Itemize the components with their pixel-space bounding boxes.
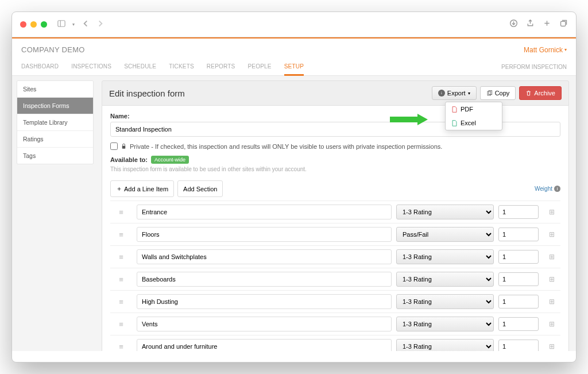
sidebar-item-tags[interactable]: Tags [17, 148, 93, 164]
line-item-rating-select[interactable]: 1-3 Rating [396, 205, 494, 219]
svg-rect-6 [122, 146, 126, 149]
line-item-weight-input[interactable] [498, 340, 539, 351]
line-item-name-input[interactable] [137, 294, 392, 309]
weight-link[interactable]: Weight i [535, 186, 560, 192]
minimize-window-button[interactable] [30, 21, 37, 28]
export-button[interactable]: ↓ Export ▾ [432, 86, 477, 100]
svg-rect-0 [58, 21, 65, 27]
sidebar-item-ratings[interactable]: Ratings [17, 131, 93, 148]
line-item-row: ≡1-3 Rating⊞ [110, 335, 560, 351]
sidebar-toggle-icon[interactable] [57, 20, 65, 29]
window-chrome: ▾ [12, 12, 576, 37]
add-sub-item-button[interactable]: ⊞ [543, 275, 560, 283]
drag-handle-icon[interactable]: ≡ [110, 342, 132, 351]
export-excel-label: Excel [461, 119, 476, 126]
drag-handle-icon[interactable]: ≡ [110, 208, 132, 217]
new-tab-icon[interactable] [543, 19, 551, 30]
line-item-weight-input[interactable] [498, 250, 539, 264]
tab-setup[interactable]: SETUP [284, 59, 304, 76]
chevron-down-icon[interactable]: ▾ [72, 22, 75, 27]
trash-icon [525, 90, 532, 97]
panel-body: Name: Private - If checked, this inspect… [102, 106, 569, 351]
add-sub-item-button[interactable]: ⊞ [543, 320, 560, 328]
line-item-weight-input[interactable] [498, 295, 539, 309]
line-item-rating-select[interactable]: Pass/Fail [396, 227, 494, 242]
line-item-rating-select[interactable]: 1-3 Rating [396, 339, 494, 351]
add-sub-item-button[interactable]: ⊞ [543, 253, 560, 261]
export-pdf-option[interactable]: PDF [446, 102, 502, 116]
share-icon[interactable] [526, 19, 535, 30]
line-item-weight-input[interactable] [498, 228, 539, 241]
company-name: COMPANY DEMO [21, 45, 85, 54]
line-item-name-input[interactable] [137, 317, 392, 331]
export-pdf-label: PDF [461, 106, 473, 113]
drag-handle-icon[interactable]: ≡ [110, 320, 132, 329]
add-sub-item-button[interactable]: ⊞ [543, 230, 560, 238]
tab-dashboard[interactable]: DASHBOARD [21, 59, 59, 75]
user-menu[interactable]: Matt Gornick ▾ [524, 46, 567, 54]
drag-handle-icon[interactable]: ≡ [110, 275, 132, 284]
line-item-rating-select[interactable]: 1-3 Rating [396, 317, 494, 331]
line-item-weight-input[interactable] [498, 272, 539, 286]
close-window-button[interactable] [20, 21, 26, 28]
add-sub-item-button[interactable]: ⊞ [543, 342, 560, 350]
line-item-row: ≡1-3 Rating⊞ [110, 245, 560, 268]
drag-handle-icon[interactable]: ≡ [110, 253, 132, 261]
tab-people[interactable]: PEOPLE [247, 59, 271, 75]
line-item-name-input[interactable] [137, 272, 392, 287]
panel-header: Edit inspection form ↓ Export ▾ Copy Arc… [102, 80, 569, 106]
sidebar: Sites Inspection Forms Template Library … [12, 76, 98, 351]
copy-label: Copy [495, 90, 510, 97]
add-sub-item-button[interactable]: ⊞ [543, 298, 560, 306]
tab-schedule[interactable]: SCHEDULE [124, 59, 156, 75]
download-circle-icon: ↓ [438, 90, 445, 97]
sidebar-item-inspection-forms[interactable]: Inspection Forms [17, 98, 93, 114]
line-item-weight-input[interactable] [498, 205, 539, 219]
chevron-down-icon: ▾ [468, 91, 470, 96]
add-section-button[interactable]: Add Section [177, 180, 223, 197]
tab-inspections[interactable]: INSPECTIONS [71, 59, 111, 75]
line-item-name-input[interactable] [137, 205, 392, 219]
archive-button[interactable]: Archive [519, 86, 562, 100]
tab-reports[interactable]: REPORTS [207, 59, 235, 75]
archive-label: Archive [534, 90, 555, 97]
download-icon[interactable] [509, 19, 518, 30]
weight-label: Weight [535, 186, 552, 192]
sidebar-item-sites[interactable]: Sites [17, 81, 93, 98]
content-body: Sites Inspection Forms Template Library … [12, 76, 576, 351]
export-label: Export [447, 90, 466, 97]
line-item-name-input[interactable] [137, 339, 392, 351]
panel-title: Edit inspection form [109, 88, 185, 98]
export-dropdown: PDF Excel [445, 102, 502, 130]
export-excel-option[interactable]: Excel [446, 116, 502, 130]
perform-inspection-link[interactable]: PERFORM INSPECTION [501, 64, 567, 70]
line-item-row: ≡1-3 Rating⊞ [110, 268, 560, 290]
maximize-window-button[interactable] [41, 21, 47, 28]
line-item-name-input[interactable] [137, 249, 392, 264]
nav-tabs-left: DASHBOARD INSPECTIONS SCHEDULE TICKETS R… [21, 59, 304, 75]
forward-button[interactable] [96, 20, 105, 29]
sidebar-item-template-library[interactable]: Template Library [17, 114, 93, 131]
add-sub-item-button[interactable]: ⊞ [543, 208, 560, 216]
private-checkbox[interactable] [110, 142, 118, 150]
drag-handle-icon[interactable]: ≡ [110, 230, 132, 239]
drag-handle-icon[interactable]: ≡ [110, 298, 132, 306]
sidebar-list: Sites Inspection Forms Template Library … [17, 80, 94, 164]
copy-button[interactable]: Copy [480, 86, 516, 100]
line-item-rating-select[interactable]: 1-3 Rating [396, 272, 494, 287]
lock-icon [121, 143, 127, 149]
add-line-item-label: Add a Line Item [124, 186, 168, 192]
private-label: Private - If checked, this inspection an… [130, 143, 442, 150]
line-item-weight-input[interactable] [498, 317, 539, 331]
back-button[interactable] [82, 20, 90, 29]
available-label: Available to: [110, 156, 148, 163]
line-item-name-input[interactable] [137, 227, 392, 242]
line-item-row: ≡1-3 Rating⊞ [110, 290, 560, 313]
line-item-rating-select[interactable]: 1-3 Rating [396, 249, 494, 264]
tab-tickets[interactable]: TICKETS [169, 59, 194, 75]
line-item-rating-select[interactable]: 1-3 Rating [396, 294, 494, 309]
add-line-item-button[interactable]: ＋ Add a Line Item [110, 180, 174, 197]
info-icon: i [554, 186, 560, 192]
main-panel: Edit inspection form ↓ Export ▾ Copy Arc… [98, 76, 576, 351]
tabs-icon[interactable] [559, 19, 568, 30]
